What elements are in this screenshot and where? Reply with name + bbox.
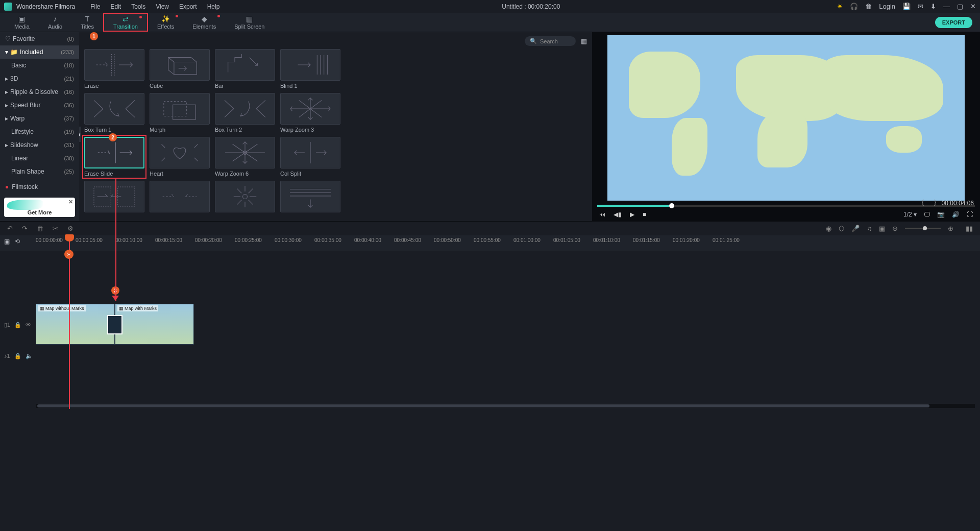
marker-icon[interactable]: ⬡ [839, 225, 844, 232]
transition-thumb-r4c2[interactable] [150, 181, 210, 212]
sidebar-filmstock[interactable]: Filmstock [0, 180, 79, 194]
transition-boxturn2[interactable]: Box Turn 2 [215, 93, 275, 133]
lock-icon[interactable]: 🔒 [14, 322, 21, 328]
svg-line-7 [94, 109, 103, 117]
track-label: ▯1 [4, 322, 10, 328]
volume-icon[interactable]: 🔊 [952, 211, 960, 218]
transition-eraseslide[interactable]: Erase Slide [84, 137, 144, 177]
transition-boxturn1[interactable]: Box Turn 1 [84, 93, 144, 133]
sidebar-item-speedblur[interactable]: ▸Speed Blur(36) [0, 99, 79, 112]
promo-close-icon[interactable]: ✕ [68, 199, 73, 205]
voiceover-icon[interactable]: 🎤 [851, 225, 860, 232]
sidebar-favorite[interactable]: ♡Favorite (0) [0, 32, 79, 45]
zoom-in-icon[interactable]: ⊕ [948, 225, 953, 232]
tab-titles[interactable]: TTitles [71, 13, 103, 32]
sidebar-item-warp[interactable]: ▸Warp(37) [0, 112, 79, 125]
transition-cube[interactable]: Cube [150, 49, 210, 89]
render-icon[interactable]: ◉ [826, 225, 831, 232]
download-icon[interactable]: ⬇ [930, 3, 936, 10]
menu-edit[interactable]: Edit [106, 3, 127, 10]
login-button[interactable]: Login [879, 3, 895, 10]
visibility-icon[interactable]: 👁 [26, 322, 31, 328]
ruler-link-icon[interactable]: ⟲ [15, 238, 20, 245]
sidebar-included[interactable]: ▾📁Included (233) [0, 45, 79, 59]
transition-colsplit[interactable]: Col Split [280, 137, 340, 177]
tab-effects[interactable]: ✨Effects [148, 13, 183, 32]
collapse-sidebar-handle[interactable]: ◀ [79, 127, 81, 142]
transition-heart[interactable]: Heart [150, 137, 210, 177]
save-icon[interactable]: 💾 [902, 3, 911, 10]
grid-view-icon[interactable]: ▦ [581, 37, 587, 45]
adjust-icon[interactable]: ⚙ [67, 225, 74, 232]
step-back-icon[interactable]: ◀▮ [614, 211, 622, 218]
playhead[interactable] [69, 235, 70, 409]
clip-map-without-marks[interactable]: ▦Map without Marks [36, 304, 115, 345]
sidebar-item-basic[interactable]: Basic(18) [0, 59, 79, 72]
minimize-icon[interactable]: — [943, 3, 950, 10]
menu-export[interactable]: Export [174, 3, 202, 10]
tab-media[interactable]: ▣Media [5, 13, 39, 32]
timeline-ruler[interactable]: ▣ ⟲ 00:00:00:0000:00:05:0000:00:10:0000:… [0, 235, 980, 251]
applied-transition[interactable] [107, 315, 122, 334]
tab-splitscreen[interactable]: ▦Split Screen [225, 13, 274, 32]
close-icon[interactable]: ✕ [970, 3, 976, 10]
lock-icon[interactable]: 🔒 [14, 353, 21, 359]
zoom-select[interactable]: 1/2 ▾ [903, 211, 917, 218]
split-icon[interactable]: ✂ [53, 225, 58, 232]
search-icon: 🔍 [530, 38, 537, 44]
undo-icon[interactable]: ↶ [7, 225, 13, 232]
transition-bar[interactable]: Bar [215, 49, 275, 89]
crop-icon[interactable]: ▣ [879, 225, 885, 232]
ruler-left-icon[interactable]: ▣ [4, 238, 10, 245]
display-icon[interactable]: 🖵 [924, 211, 930, 218]
timeline-options-icon[interactable]: ▮▮ [966, 225, 973, 232]
search-input[interactable]: 🔍Search [525, 36, 576, 46]
zoom-slider[interactable] [905, 228, 941, 229]
sidebar-item-lifestyle[interactable]: Lifestyle(19) [0, 125, 79, 138]
transition-morph[interactable]: Morph [150, 93, 210, 133]
transition-warpzoom6[interactable]: Warp Zoom 6 [215, 137, 275, 177]
export-button[interactable]: EXPORT [935, 17, 972, 28]
tab-transition[interactable]: ⇄Transition [103, 13, 148, 32]
sidebar-item-3d[interactable]: ▸3D(21) [0, 72, 79, 85]
playhead-marker-icon[interactable] [65, 234, 74, 242]
cut-marker-icon[interactable]: ✂ [64, 250, 74, 259]
delete-icon[interactable]: 🗑 [37, 225, 43, 232]
transition-blind1[interactable]: Blind 1 [280, 49, 340, 89]
menu-file[interactable]: File [85, 3, 105, 10]
transition-thumb-r4c4[interactable] [280, 181, 340, 212]
sidebar-item-ripple[interactable]: ▸Ripple & Dissolve(16) [0, 85, 79, 99]
audio-mixer-icon[interactable]: ♫ [867, 225, 872, 232]
sidebar-item-linear[interactable]: Linear(30) [0, 152, 79, 165]
sidebar-item-slideshow[interactable]: ▸Slideshow(31) [0, 138, 79, 152]
promo-get-more[interactable]: Get More ✕ [4, 198, 75, 217]
svg-line-9 [126, 109, 135, 117]
support-icon[interactable]: 🎧 [850, 3, 858, 10]
transition-thumb-r4c1[interactable] [84, 181, 144, 212]
mail-icon[interactable]: ✉ [918, 3, 923, 10]
maximize-icon[interactable]: ▢ [957, 3, 963, 10]
mute-icon[interactable]: 🔈 [26, 353, 33, 359]
delete-icon[interactable]: 🗑 [865, 3, 872, 10]
menu-tools[interactable]: Tools [126, 3, 151, 10]
redo-icon[interactable]: ↷ [22, 225, 28, 232]
hint-icon[interactable]: ✷ [837, 3, 843, 10]
transition-erase[interactable]: Erase [84, 49, 144, 89]
prev-frame-icon[interactable]: ⏮ [599, 211, 605, 218]
preview-video[interactable] [607, 35, 965, 201]
zoom-out-icon[interactable]: ⊖ [892, 225, 898, 232]
play-icon[interactable]: ▶ [630, 211, 634, 218]
transition-thumb-r4c3[interactable] [215, 181, 275, 212]
fullscreen-icon[interactable]: ⛶ [967, 211, 973, 218]
menu-view[interactable]: View [151, 3, 174, 10]
sidebar-item-plainshape[interactable]: Plain Shape(25) [0, 165, 79, 178]
preview-progress-bar[interactable] [597, 205, 975, 207]
clip-map-with-marks[interactable]: ▦Map with Marks [115, 304, 194, 345]
menu-help[interactable]: Help [202, 3, 225, 10]
tab-audio[interactable]: ♪Audio [39, 13, 71, 32]
tab-elements[interactable]: ◆Elements [183, 13, 225, 32]
timeline-hscroll[interactable] [36, 404, 975, 408]
snapshot-icon[interactable]: 📷 [937, 211, 945, 218]
stop-icon[interactable]: ■ [643, 211, 646, 218]
transition-warpzoom3[interactable]: Warp Zoom 3 [280, 93, 340, 133]
